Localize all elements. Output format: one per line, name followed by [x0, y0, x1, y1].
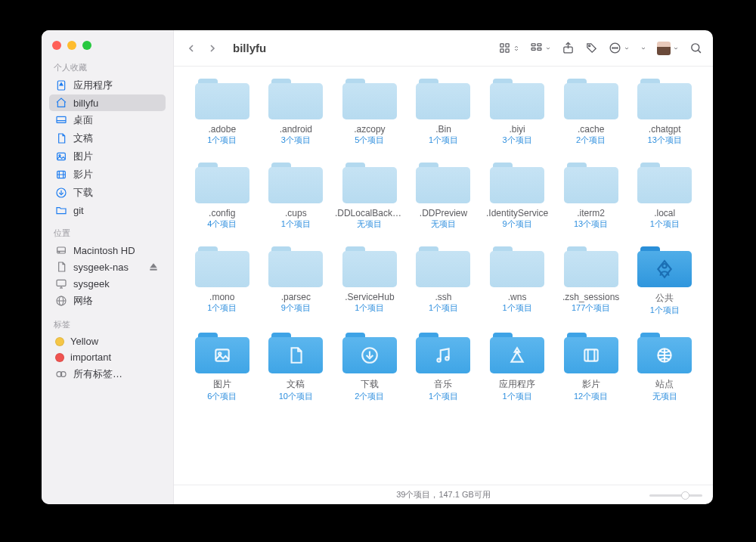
folder-icon — [195, 333, 249, 373]
file-name: 公共 — [655, 292, 674, 305]
folder-icon — [416, 333, 470, 373]
file-item[interactable]: .Bin1个项目 — [411, 79, 477, 146]
sidebar: 个人收藏应用程序billyfu桌面文稿图片影片下载git位置Macintosh … — [42, 30, 174, 504]
sidebar-item-label: 所有标签… — [73, 367, 122, 381]
sidebar-item-label: Yellow — [70, 336, 98, 347]
file-item[interactable]: .ServiceHub1个项目 — [336, 246, 403, 316]
folder-icon — [195, 246, 249, 287]
file-item[interactable]: .DDPreview无项目 — [411, 163, 477, 230]
file-item[interactable]: .config4个项目 — [189, 163, 256, 230]
sidebar-item[interactable]: billyfu — [49, 94, 166, 111]
folder-icon — [564, 163, 618, 203]
sidebar-item[interactable]: sysgeek — [49, 275, 166, 292]
sidebar-item[interactable]: 应用程序 — [49, 76, 166, 94]
file-item[interactable]: .azcopy5个项目 — [336, 79, 403, 146]
account-button[interactable] — [657, 39, 679, 57]
folder-icon — [637, 163, 692, 203]
sidebar-item[interactable]: Yellow — [49, 333, 166, 349]
folder-icon — [490, 79, 544, 119]
red-tag-icon — [55, 353, 64, 362]
tags-button[interactable] — [585, 39, 598, 57]
file-item-count: 12个项目 — [574, 391, 608, 402]
sidebar-item[interactable]: 影片 — [49, 166, 166, 184]
file-item[interactable]: 影片12个项目 — [558, 333, 624, 402]
file-item[interactable]: .parsec9个项目 — [263, 246, 330, 316]
file-item[interactable]: 站点无项目 — [631, 333, 698, 402]
close-window-button[interactable] — [52, 41, 61, 50]
file-item-count: 无项目 — [357, 218, 382, 230]
file-name: .DDLocalBackups — [335, 208, 404, 218]
sidebar-item[interactable]: sysgeek-nas — [49, 259, 166, 275]
file-name: .biyi — [509, 124, 525, 135]
action-menu-button[interactable] — [609, 39, 630, 57]
file-item[interactable]: .cups1个项目 — [263, 163, 330, 230]
file-item[interactable]: 文稿10个项目 — [263, 333, 330, 402]
file-item[interactable]: .chatgpt13个项目 — [631, 79, 698, 146]
file-item[interactable]: .mono1个项目 — [189, 246, 256, 316]
svg-rect-27 — [538, 44, 541, 46]
sidebar-item[interactable]: 下载 — [49, 184, 166, 202]
svg-rect-22 — [500, 44, 503, 47]
file-item-count: 1个项目 — [355, 302, 384, 314]
file-item[interactable]: .IdentityService9个项目 — [484, 163, 550, 230]
group-by-button[interactable] — [530, 39, 551, 57]
maximize-window-button[interactable] — [82, 41, 91, 50]
svg-rect-26 — [531, 44, 535, 46]
file-name: .cache — [578, 124, 604, 135]
sidebar-item[interactable]: Macintosh HD — [49, 242, 166, 259]
file-item[interactable]: .android3个项目 — [263, 79, 330, 146]
sidebar-item[interactable]: 文稿 — [49, 129, 166, 147]
file-item[interactable]: .local1个项目 — [631, 163, 698, 230]
svg-rect-29 — [538, 48, 541, 51]
sidebar-item[interactable]: 所有标签… — [49, 365, 166, 383]
zoom-slider[interactable] — [649, 491, 702, 500]
forward-button[interactable] — [203, 38, 222, 59]
file-item[interactable]: 下载2个项目 — [336, 333, 403, 402]
file-item[interactable]: 公共1个项目 — [631, 246, 698, 316]
file-item-count: 1个项目 — [429, 391, 458, 402]
search-button[interactable] — [689, 39, 702, 57]
file-item[interactable]: .cache2个项目 — [558, 79, 624, 146]
file-item[interactable]: .biyi3个项目 — [484, 79, 550, 146]
home-icon — [55, 97, 67, 109]
share-button[interactable] — [562, 39, 575, 57]
file-item[interactable]: .iterm213个项目 — [558, 163, 624, 230]
svg-line-37 — [698, 50, 701, 53]
sidebar-item-label: Macintosh HD — [73, 245, 135, 256]
file-grid-scroll[interactable]: .adobe1个项目.android3个项目.azcopy5个项目.Bin1个项… — [174, 67, 713, 485]
svg-point-31 — [589, 45, 590, 47]
file-item-count: 6个项目 — [207, 391, 237, 402]
folder-icon — [416, 246, 470, 287]
file-item[interactable]: 应用程序1个项目 — [484, 333, 550, 402]
sidebar-section-header: 标签 — [49, 317, 166, 333]
sidebar-item[interactable]: 图片 — [49, 147, 166, 166]
svg-rect-24 — [500, 49, 503, 52]
file-item-count: 2个项目 — [355, 391, 384, 402]
file-item[interactable]: .zsh_sessions177个项目 — [558, 246, 624, 316]
folder-icon — [342, 246, 397, 287]
sidebar-item[interactable]: 桌面 — [49, 111, 166, 129]
sidebar-item-label: 应用程序 — [73, 79, 113, 92]
back-button[interactable] — [181, 38, 201, 59]
file-item[interactable]: .ssh1个项目 — [411, 246, 477, 316]
file-item[interactable]: .DDLocalBackups无项目 — [336, 163, 403, 230]
svg-point-43 — [446, 357, 449, 360]
file-item[interactable]: 音乐1个项目 — [411, 333, 477, 402]
file-item[interactable]: .adobe1个项目 — [189, 79, 256, 146]
sidebar-item[interactable]: important — [49, 349, 166, 365]
sidebar-item[interactable]: 网络 — [49, 292, 166, 310]
view-mode-button[interactable] — [498, 39, 519, 57]
folder-icon — [564, 333, 618, 373]
sidebar-item-label: sysgeek — [73, 278, 110, 290]
folder-icon — [564, 79, 618, 119]
sidebar-item[interactable]: git — [49, 202, 166, 218]
dropdown-button[interactable] — [640, 39, 646, 57]
eject-icon[interactable] — [147, 261, 160, 273]
folder-icon — [342, 79, 397, 119]
minimize-window-button[interactable] — [67, 41, 76, 50]
svg-point-12 — [59, 252, 60, 252]
sidebar-item-label: billyfu — [73, 98, 98, 109]
file-item[interactable]: 图片6个项目 — [189, 333, 256, 402]
folder-icon — [268, 246, 323, 287]
file-item[interactable]: .wns1个项目 — [484, 246, 550, 316]
